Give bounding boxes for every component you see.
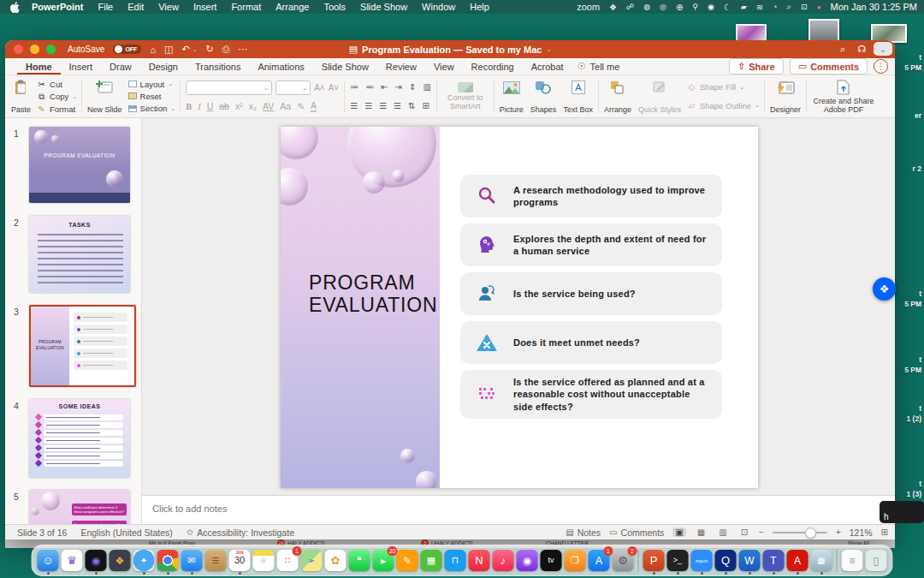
flag-icon[interactable]: ● (817, 3, 821, 11)
comments-toggle[interactable]: ▭ Comments (609, 527, 664, 538)
more-commands-icon[interactable]: ⋯ (239, 44, 248, 55)
create-adobe-pdf-button[interactable]: Create and Share Adobe PDF (809, 77, 878, 116)
cut-button[interactable]: ✂Cut (37, 80, 77, 89)
menu-item[interactable]: Edit (127, 2, 144, 12)
decrease-font-size-icon[interactable]: A˅ (329, 83, 340, 92)
menu-item[interactable]: View (158, 2, 179, 12)
picture-button[interactable]: Picture (497, 77, 526, 116)
autosave-toggle[interactable]: OFF (113, 45, 141, 54)
shape-fill-button[interactable]: ◇Shape Fill⌄ (687, 82, 760, 92)
menu-item[interactable]: File (98, 2, 114, 12)
text-direction-icon[interactable]: ⇅ (408, 101, 415, 110)
menu-item[interactable]: Format (231, 2, 261, 12)
ribbon-tab[interactable]: Acrobat (523, 58, 572, 74)
dock-siri[interactable]: ◉ (86, 550, 107, 571)
paste-button[interactable]: Paste (9, 77, 33, 116)
slide-thumbnail-5[interactable]: How could you determine if these program… (29, 490, 130, 524)
slide-thumbnail-4[interactable]: SOME IDEAS (29, 399, 130, 478)
display-icon[interactable]: ⊡ (801, 3, 808, 11)
dropbox-icon[interactable]: ❖ (873, 277, 896, 301)
dock-trash[interactable]: ▯ (866, 550, 887, 571)
redo-icon[interactable]: ↻ (206, 44, 214, 55)
zoom-slider[interactable] (773, 532, 827, 533)
dock-crown-app[interactable]: ♛ (62, 550, 83, 571)
new-slide-button[interactable]: New Slide (85, 77, 125, 116)
dock-mail[interactable]: ✉ (181, 550, 203, 571)
dock-messages[interactable]: ❝ (349, 550, 370, 571)
spotlight-search-icon[interactable]: ⌕ (786, 2, 791, 12)
dock-system-settings[interactable]: ⚙ 2 (613, 550, 634, 571)
fit-slide-button[interactable]: ⊞ (881, 527, 888, 537)
ribbon-tab[interactable]: View (425, 58, 463, 74)
key-icon[interactable]: ⚲ (692, 3, 698, 11)
tell-me-button[interactable]: ☉ Tell me (578, 61, 620, 72)
dock-app-store[interactable]: A 1 (589, 550, 610, 571)
dock-finder[interactable]: ☺ (38, 550, 59, 571)
quick-styles-button[interactable]: Quick Styles (636, 77, 684, 116)
minimize-window-button[interactable] (30, 45, 39, 54)
slide-thumbnail-3-selected[interactable]: PROGRAM EVALUATION (29, 305, 136, 387)
collapse-ribbon-button[interactable]: ⌄ (874, 42, 892, 56)
dock-music[interactable]: ♪ (493, 550, 514, 571)
menu-item[interactable]: Window (422, 2, 455, 12)
menubar-clock[interactable]: Mon Jan 30 1:25 PM (830, 2, 917, 12)
dock-teams[interactable]: T (763, 550, 785, 571)
dock-notes[interactable]: ≡ (253, 550, 275, 571)
dock-keynote[interactable]: ⊓ (445, 550, 466, 571)
print-icon[interactable]: ⎙ (222, 44, 230, 55)
zoom-slider-knob[interactable] (805, 527, 816, 539)
normal-view-button[interactable]: ▣ (672, 527, 685, 537)
align-right-icon[interactable]: ☰ (379, 101, 387, 110)
dock-acrobat[interactable]: A (787, 550, 808, 571)
list-item[interactable]: Explores the depth and extent of need fo… (460, 223, 722, 266)
ribbon-tab[interactable]: Animations (249, 58, 312, 74)
char-spacing-icon[interactable]: AV (263, 101, 274, 111)
ribbon-tab[interactable]: Home (17, 58, 61, 74)
home-icon[interactable]: ⌂ (150, 45, 156, 55)
dock-documents-stack[interactable]: ≡ (842, 550, 863, 571)
ribbon-tab[interactable]: Slide Show (313, 58, 377, 74)
bullets-icon[interactable]: ≔ (350, 82, 358, 92)
font-size-select[interactable]: ⌄ (275, 80, 311, 95)
dock-apple-tv[interactable]: tv (541, 550, 562, 571)
dock-chrome[interactable] (157, 550, 179, 571)
dock-pages[interactable]: ✎ (397, 550, 418, 571)
align-left-icon[interactable]: ☰ (350, 101, 358, 110)
list-item[interactable]: Is the service offered as planned and at… (460, 370, 722, 419)
superscript-icon[interactable]: x² (235, 101, 243, 111)
zoom-window-button[interactable] (46, 45, 56, 54)
document-title[interactable]: ▤ Program Evaluation — Saved to my Mac ⌄ (349, 44, 552, 55)
zoom-menu-extra[interactable]: zoom (577, 2, 600, 12)
subscript-icon[interactable]: x₂ (249, 101, 257, 111)
numbering-icon[interactable]: ≕ (365, 82, 374, 92)
format-painter-button[interactable]: ✎Format (37, 104, 77, 114)
font-name-select[interactable]: ⌄ (186, 80, 272, 95)
indent-decrease-icon[interactable]: ⇤ (381, 82, 388, 92)
dock-maps[interactable]: ➢ (301, 550, 323, 571)
slide-sorter-button[interactable]: ▦ (695, 527, 708, 537)
justify-icon[interactable]: ☰ (394, 101, 401, 110)
shapes-button[interactable]: Shapes (528, 77, 560, 116)
list-item[interactable]: Does it meet unmet needs? (460, 321, 722, 364)
ribbon-tab[interactable]: Insert (61, 58, 102, 74)
underline-icon[interactable]: U (207, 101, 214, 111)
ribbon-overflow-button[interactable]: ⋮ (874, 59, 888, 74)
designer-button[interactable]: Designer (767, 77, 803, 116)
undo-icon[interactable]: ↶ (181, 44, 189, 55)
globe-icon[interactable]: ◍ (643, 3, 650, 11)
notes-pane[interactable]: Click to add notes (142, 495, 895, 524)
arrange-button[interactable]: Arrange (601, 77, 634, 116)
user-circle-icon[interactable]: ◔ (773, 3, 777, 11)
dock-screenshot-app[interactable]: ▦ (811, 550, 832, 571)
menu-item[interactable]: Slide Show (360, 2, 407, 12)
layout-button[interactable]: Layout⌄ (128, 80, 176, 89)
bold-icon[interactable]: B (186, 102, 192, 111)
dock-powerpoint[interactable]: P (643, 550, 665, 571)
dock-launchpad[interactable]: ❖ (110, 550, 131, 571)
close-window-button[interactable] (14, 45, 23, 54)
slide-title-text[interactable]: PROGRAM EVALUATION (309, 272, 437, 317)
dock-facetime[interactable]: ▸ 20 (373, 550, 394, 571)
list-item[interactable]: A research methodology used to improve p… (460, 175, 722, 217)
slide-thumbnail-2[interactable]: TASKS (29, 216, 130, 293)
target-icon[interactable]: ◎ (660, 3, 666, 11)
